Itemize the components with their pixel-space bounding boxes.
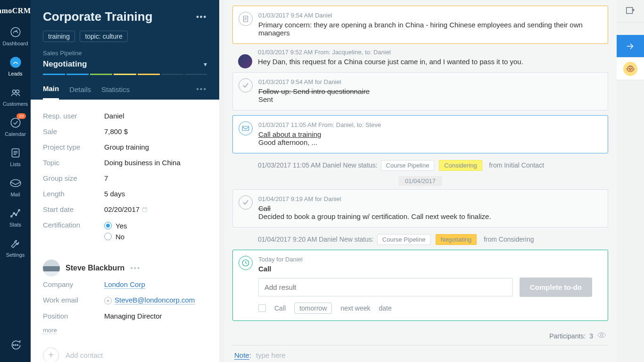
lead-panel: Corporate Training ••• training topic: c… (31, 0, 219, 362)
feed-card-title[interactable]: Call about a training (258, 130, 600, 138)
feed-card[interactable]: 01/03/2017 11:05 AM From: Daniel, to: St… (232, 115, 608, 153)
compose-placeholder: type here (256, 351, 286, 359)
pipeline-stage-select[interactable]: Negotiating ▾ (43, 59, 207, 69)
feed-card-meta: 01/04/2017 9:19 AM for Daniel (258, 195, 600, 202)
nav-leads[interactable]: Leads (0, 51, 31, 81)
add-widget-button[interactable] (617, 0, 644, 23)
mailchimp-button[interactable]: 🐵 (617, 58, 644, 80)
company-link[interactable]: London Corp (104, 280, 145, 289)
status-change: 01/04/2017 9:20 AM Daniel New status: Co… (232, 232, 608, 250)
date-divider: 01/04/2017 (232, 177, 608, 185)
quick-date[interactable]: date (379, 304, 392, 312)
stats-icon (9, 207, 22, 220)
feed-card[interactable]: 01/03/2017 9:54 AM for Daniel Follow-up:… (232, 72, 608, 110)
clock-icon (239, 256, 253, 270)
project-type-value[interactable]: Group training (104, 143, 207, 151)
field-label: Start date (43, 205, 104, 213)
field-label: Position (43, 312, 104, 320)
svg-point-4 (11, 118, 20, 127)
action-button[interactable] (617, 35, 644, 58)
checkbox[interactable] (258, 304, 266, 312)
length-value[interactable]: 5 days (104, 190, 207, 198)
feed-card-icon (239, 78, 253, 93)
quick-tomorrow[interactable]: tomorrow (294, 303, 332, 314)
svg-point-10 (18, 210, 19, 211)
contact-name[interactable]: Steve Blackburn (66, 264, 124, 272)
email-link[interactable]: SteveB@londoncorp.com (115, 296, 195, 304)
svg-point-12 (15, 345, 16, 345)
tabs-more-icon[interactable]: ••• (196, 85, 207, 99)
today-task-card: Today for Daniel Call Complete to-do Cal… (232, 250, 608, 321)
stage-progress (43, 74, 207, 75)
status-chip: Negotiating (436, 234, 477, 245)
contact-card: Steve Blackburn ••• CompanyLondon Corp W… (43, 260, 207, 334)
tag[interactable]: topic: culture (80, 31, 127, 42)
mailchimp-icon: 🐵 (623, 62, 637, 76)
lead-menu-icon[interactable]: ••• (196, 13, 207, 21)
calendar-icon (141, 206, 148, 213)
position-value[interactable]: Managing Director (104, 312, 207, 320)
feed-card[interactable]: 01/03/2017 9:54 AM Daniel Primary concer… (232, 6, 608, 44)
avatar (43, 260, 60, 277)
svg-point-2 (12, 90, 16, 93)
nav-rail: amoCRM. Dashboard Leads Customers 10 Cal… (0, 0, 31, 362)
lists-icon (9, 146, 22, 160)
nav-chat[interactable] (0, 334, 31, 356)
group-size-value[interactable]: 7 (104, 174, 207, 182)
radio-yes[interactable]: Yes (104, 222, 127, 230)
participants-row[interactable]: Participants: 3 (232, 328, 608, 345)
today-title: Call (258, 265, 600, 273)
plus-icon: + (43, 347, 59, 362)
field-label: Company (43, 280, 104, 288)
feed-card-icon (239, 195, 253, 210)
nav-stats[interactable]: Stats (0, 202, 31, 232)
result-input[interactable] (258, 278, 513, 296)
nav-lists[interactable]: Lists (0, 142, 31, 172)
participants-count: 3 (589, 332, 593, 340)
eye-icon (597, 330, 606, 341)
nav-settings[interactable]: Settings (0, 232, 31, 262)
feed-card-title[interactable]: Call (258, 204, 600, 212)
add-contact-button[interactable]: + Add contact (43, 347, 207, 362)
nav-mail[interactable]: Mail (0, 172, 31, 202)
quick-next-week[interactable]: next week (340, 304, 370, 312)
field-label: Certification (43, 221, 104, 229)
start-date-value[interactable]: 02/20/2017 (104, 205, 207, 213)
tab-main[interactable]: Main (43, 84, 59, 100)
app-logo: amoCRM. (0, 3, 33, 21)
chevron-down-icon: ▾ (204, 60, 207, 68)
compose-area[interactable]: Note: type here (232, 345, 608, 359)
nav-customers[interactable]: Customers (0, 81, 31, 111)
status-chip: Considering (439, 160, 482, 171)
more-link[interactable]: more (43, 327, 57, 334)
today-meta: Today for Daniel (258, 256, 600, 263)
sale-value[interactable]: 7,800 $ (104, 127, 207, 135)
add-icon[interactable]: + (104, 297, 112, 304)
feed-card-text: Sent (258, 95, 600, 103)
feed-card-text: Primary concern: they are opening a bran… (258, 21, 600, 37)
complete-todo-button[interactable]: Complete to-do (520, 278, 592, 297)
contact-menu-icon[interactable]: ••• (130, 264, 140, 272)
nav-dashboard[interactable]: Dashboard (0, 21, 31, 51)
gauge-icon (9, 25, 22, 39)
tab-statistics[interactable]: Statistics (101, 85, 130, 99)
pipeline-chip: Course Pipeline (377, 234, 431, 245)
pipeline-stage: Negotiating (43, 59, 87, 69)
tab-details[interactable]: Details (69, 85, 91, 99)
quick-call[interactable]: Call (274, 304, 286, 312)
field-label: Resp. user (43, 112, 104, 120)
resp-user-value[interactable]: Daniel (104, 112, 207, 120)
lead-icon (9, 56, 22, 69)
feed-card[interactable]: 01/04/2017 9:19 AM for Daniel CallDecide… (232, 189, 608, 227)
radio-no[interactable]: No (104, 233, 124, 241)
topic-value[interactable]: Doing business in China (104, 159, 207, 167)
lead-title[interactable]: Corporate Training (43, 9, 153, 24)
field-label: Work email (43, 296, 104, 304)
tag[interactable]: training (43, 31, 75, 42)
nav-calendar[interactable]: 10 Calendar (0, 111, 31, 142)
feed-card-title[interactable]: Follow-up: Send intro questionnaire (258, 87, 600, 95)
feed-card-meta: 01/03/2017 11:05 AM From: Daniel, to: St… (258, 121, 600, 128)
feed-card-text: Good afternoon, ... (258, 138, 600, 146)
compose-type[interactable]: Note (234, 351, 249, 360)
activity-feed: 01/03/2017 9:54 AM Daniel Primary concer… (224, 0, 617, 362)
